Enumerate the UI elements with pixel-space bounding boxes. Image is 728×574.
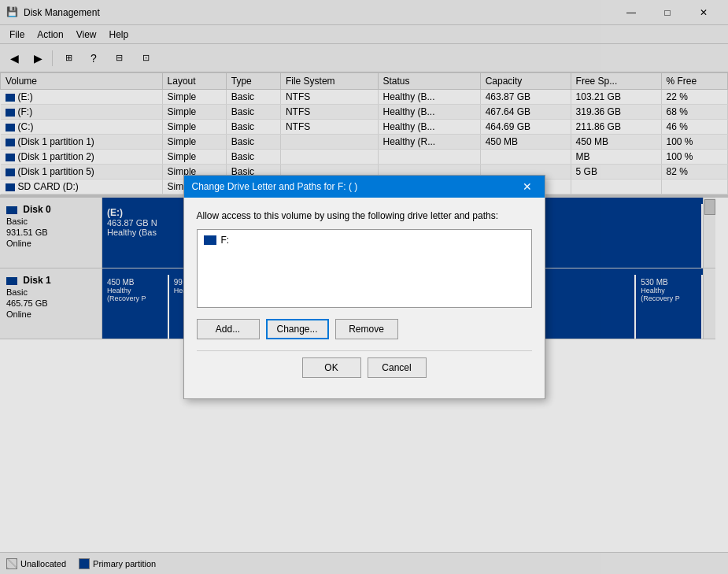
ok-button[interactable]: OK xyxy=(302,357,361,378)
modal-divider xyxy=(197,350,532,351)
add-button[interactable]: Add... xyxy=(197,319,260,339)
modal-overlay: Change Drive Letter and Paths for F: ( )… xyxy=(0,0,728,574)
cancel-button[interactable]: Cancel xyxy=(368,357,427,378)
remove-button[interactable]: Remove xyxy=(335,319,398,339)
modal-description: Allow access to this volume by using the… xyxy=(197,210,532,221)
change-button[interactable]: Change... xyxy=(266,319,329,339)
change-drive-modal: Change Drive Letter and Paths for F: ( )… xyxy=(183,175,545,399)
modal-action-buttons: Add... Change... Remove xyxy=(197,319,532,339)
drive-letter-label: F: xyxy=(221,235,230,246)
drive-letter-list[interactable]: F: xyxy=(197,229,532,308)
modal-body: Allow access to this volume by using the… xyxy=(184,198,545,398)
modal-footer: OK Cancel xyxy=(197,357,532,386)
modal-title: Change Drive Letter and Paths for F: ( ) xyxy=(192,181,518,192)
drive-letter-item-f[interactable]: F: xyxy=(201,233,528,247)
modal-title-bar: Change Drive Letter and Paths for F: ( )… xyxy=(184,176,545,198)
modal-close-button[interactable]: ✕ xyxy=(518,177,537,196)
drive-icon xyxy=(204,235,216,245)
